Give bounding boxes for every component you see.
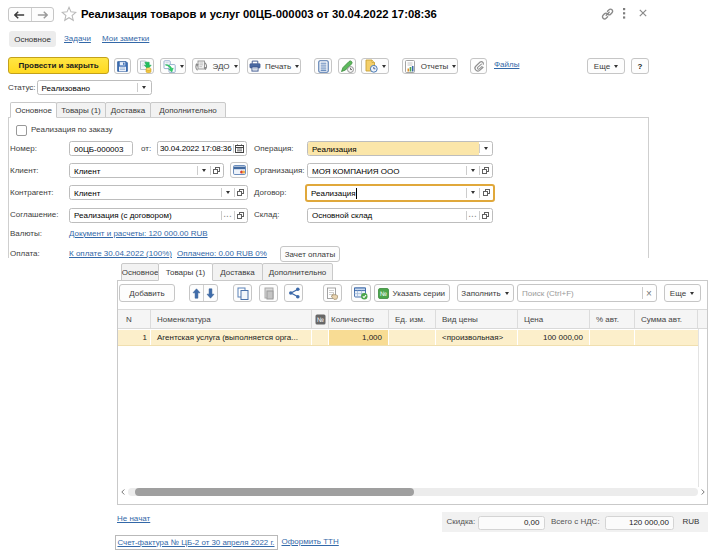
svg-text:№: № <box>317 316 324 323</box>
svg-text:№: № <box>380 290 387 297</box>
